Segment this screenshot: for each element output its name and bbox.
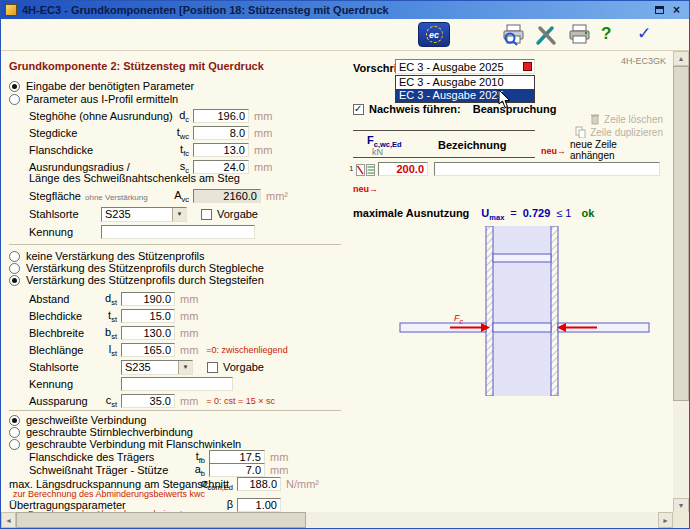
chevron-down-icon[interactable]: ▼ [172,208,186,221]
vorgabe-checkbox[interactable] [201,209,212,220]
radio-stegsteifen[interactable]: Verstärkung des Stützenprofils durch Ste… [9,274,264,286]
param-label-line2: Länge des Schweißnahtschenkels am Steg [29,172,240,184]
titlebar[interactable]: 4H-EC3 - Grundkomponenten [Position 18: … [1,1,689,19]
nachweis-row: Nachweis führen: Beanspruchung [353,103,556,115]
fcwced-input[interactable] [378,162,428,176]
radio-icon[interactable] [9,263,20,274]
result-condition: ≤ 1 [556,207,571,219]
tools-button[interactable] [534,23,559,49]
radio-stegbleche[interactable]: Verstärkung des Stützenprofils durch Ste… [9,262,264,274]
confirm-button[interactable]: ✓ [637,23,651,44]
beta-input[interactable] [237,498,281,512]
radio-icon[interactable] [9,415,20,426]
param-label: Stahlsorte [29,208,101,220]
radio-icon[interactable] [9,439,20,450]
print-button[interactable] [567,23,592,49]
unit-label: mm [254,127,272,139]
stahlsorte2-select[interactable]: S235 ▼ [121,360,193,375]
bezeichnung-input[interactable] [434,162,660,176]
scroll-up-button[interactable]: ▲ [673,51,689,66]
neu-icon: neu→ [541,145,566,156]
stahlsorte-row-2: Stahlsorte S235 ▼ Vorgabe [29,360,264,374]
result-eq: = [510,207,516,219]
unit-label: mm [270,464,288,476]
result-row: maximale Ausnutzung Umax = 0.729 ≤ 1 ok [353,207,594,222]
utilization-value: 0.729 [523,207,551,219]
close-button[interactable]: × [668,3,685,17]
blechlaenge-input[interactable] [121,343,175,357]
scroll-left-button[interactable]: ◄ [1,512,16,528]
web-stiffener-top [493,254,551,262]
stahlsorte-select[interactable]: S235 ▼ [101,207,187,222]
blechbreite-input[interactable] [121,326,175,340]
schweissnaht-input[interactable] [209,463,265,477]
param-label: Abstand [29,293,95,305]
radio-eingabe-parameter[interactable]: Eingabe der benötigten Parameter [9,80,194,92]
kennung2-input[interactable] [121,377,233,391]
help-button[interactable]: ? [601,24,611,44]
param-row-stegflaeche: Stegflächeohne Verstärkung Avc mm² [29,189,288,203]
trash-icon [590,113,600,125]
combo-alert-icon[interactable] [523,62,532,71]
steghoehe-input[interactable] [193,109,249,123]
nachweis-label: Nachweis führen: [369,103,461,115]
sigma-input[interactable] [237,477,281,491]
maximize-button[interactable] [651,3,668,17]
app-icon [5,4,17,16]
param-label: Kennung [29,226,101,238]
radio-icon[interactable] [9,275,20,286]
dropdown-option-2010[interactable]: EC 3 - Ausgabe 2010 [396,76,534,89]
radio-flanschwinkel[interactable]: geschraubte Verbindung mit Flanschwinkel… [9,438,241,450]
param-row-blechbreite: Blechbreite bst mm [29,326,198,340]
radio-icon[interactable] [9,81,20,92]
vorgabe2-checkbox[interactable] [207,362,218,373]
param-row-abstand: Abstand dst mm [29,292,198,306]
radio-keine-verstaerkung[interactable]: keine Verstärkung des Stützenprofils [9,250,205,262]
vertical-scrollbar-thumb[interactable] [673,66,689,401]
blechdicke-input[interactable] [121,309,175,323]
vorschrift-select[interactable]: EC 3 - Ausgabe 2025 [395,59,535,74]
param-symbol: cst [95,394,117,409]
table-col2-header: Bezeichnung [438,139,506,151]
kennung-input[interactable] [101,225,255,239]
scroll-down-button[interactable]: ▼ [673,498,689,513]
radio-icon[interactable] [9,427,20,438]
param-row-traeger-flanschdicke: Flanschdicke des Trägers tfb mm [29,450,288,464]
separator [9,244,341,245]
ec-logo-button[interactable]: ec [418,22,450,47]
zeile-duplizieren-button[interactable]: Zeile duplizieren [541,126,663,138]
param-hint: ohne Verstärkung [85,193,148,202]
vertical-scrollbar[interactable]: ▲ ▼ [673,51,689,513]
param-note: =0: zwischenliegend [206,345,287,355]
abstand-input[interactable] [121,292,175,306]
print-preview-button[interactable] [501,23,526,49]
param-label: Stahlsorte [29,361,121,373]
result-symbol: Umax [481,207,504,222]
radio-stirnblech[interactable]: geschraubte Stirnblechverbindung [9,426,193,438]
aussparung-input[interactable] [121,394,175,408]
param-symbol: tfc [165,143,189,158]
radio-icon[interactable] [9,94,20,105]
row-tool-icons[interactable] [356,163,376,177]
dropdown-option-2025[interactable]: EC 3 - Ausgabe 2025 [396,89,534,102]
scroll-right-button[interactable]: ► [658,512,673,528]
radio-iprofil[interactable]: Parameter aus I-Profil ermitteln [9,93,178,105]
mouse-cursor [498,89,511,109]
neue-zeile-anhaengen-button[interactable]: neu→ neue Zeile anhängen [541,139,663,161]
traeger-flanschdicke-input[interactable] [209,450,265,464]
radio-geschweisst[interactable]: geschweißte Verbindung [9,414,146,426]
neu-append-button[interactable]: neu→ [353,183,378,194]
chevron-down-icon[interactable]: ▼ [178,361,192,374]
horizontal-scrollbar-thumb[interactable] [16,512,306,528]
nachweis-checkbox[interactable] [353,104,364,115]
stahlsorte-value: S235 [102,208,172,220]
flanschdicke-input[interactable] [193,143,249,157]
param-label: Blechdicke [29,310,95,322]
param-note: = 0: cst = 15 × sc [206,396,275,406]
stegdicke-input[interactable] [193,126,249,140]
app-code-watermark: 4H-EC3GK [601,56,666,66]
horizontal-scrollbar[interactable]: ◄ ► [1,512,673,528]
stegflaeche-field [193,189,261,203]
radio-icon[interactable] [9,251,20,262]
zeile-loeschen-button[interactable]: Zeile löschen [541,113,663,125]
